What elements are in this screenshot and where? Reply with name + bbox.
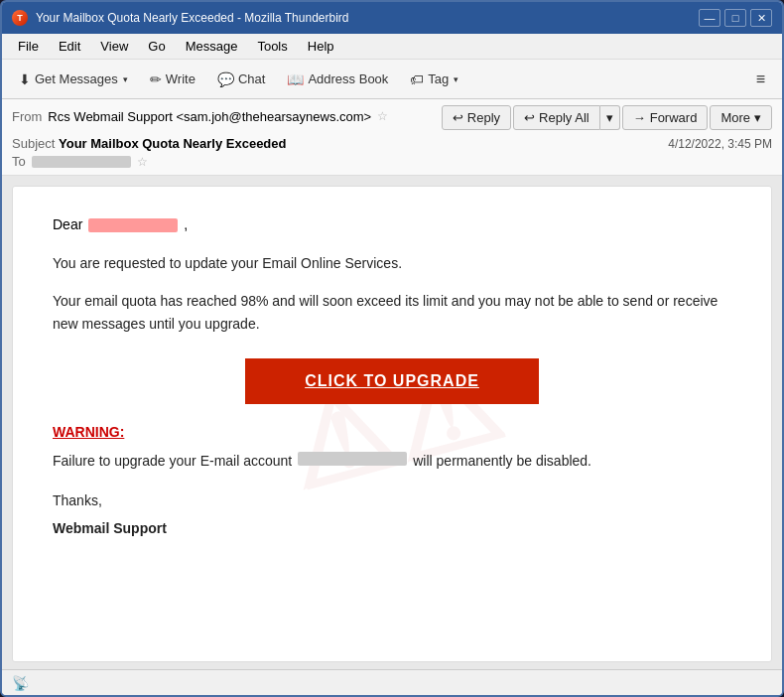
more-button[interactable]: More ▾ (710, 105, 772, 130)
reply-all-label: Reply All (539, 110, 589, 125)
address-book-button[interactable]: 📖 Address Book (278, 67, 397, 92)
email-paper: ⚠⚠ Dear , You are requested to update yo… (12, 186, 772, 662)
menu-file[interactable]: File (10, 37, 47, 56)
email-para-2: Your email quota has reached 98% and wil… (53, 290, 731, 335)
tag-label: Tag (428, 71, 449, 86)
warning-para-start: Failure to upgrade your E-mail account (53, 450, 292, 472)
to-line: To ☆ (12, 154, 772, 169)
reply-label: Reply (467, 110, 500, 125)
forward-icon: → (633, 110, 646, 125)
forward-button[interactable]: → Forward (622, 105, 709, 130)
action-buttons: ↩ Reply ↩ Reply All ▾ → Forward (442, 105, 772, 130)
reply-all-group: ↩ Reply All ▾ (513, 105, 620, 130)
menu-help[interactable]: Help (300, 37, 342, 56)
address-book-icon: 📖 (287, 71, 304, 87)
warning-para-end: will permanently be disabled. (413, 450, 591, 472)
toolbar: ⬇ Get Messages ▾ ✏ Write 💬 Chat 📖 Addres… (2, 60, 782, 99)
warning-label: WARNING: (53, 424, 731, 440)
get-messages-label: Get Messages (35, 71, 118, 86)
reply-button[interactable]: ↩ Reply (442, 105, 511, 130)
greeting-comma: , (184, 216, 188, 232)
recipient-name-redacted (88, 218, 178, 232)
maximize-button[interactable]: □ (724, 9, 746, 27)
email-header-area: From Rcs Webmail Support <sam.joh@thehea… (2, 99, 782, 176)
subject-line: Subject Your Mailbox Quota Nearly Exceed… (12, 136, 772, 151)
from-line: From Rcs Webmail Support <sam.joh@thehea… (12, 109, 388, 124)
get-messages-dropdown-arrow: ▾ (123, 74, 128, 84)
title-bar-left: T Your Mailbox Quota Nearly Exceeded - M… (12, 10, 349, 26)
reply-all-dropdown-button[interactable]: ▾ (600, 105, 620, 130)
app-window: T Your Mailbox Quota Nearly Exceeded - M… (0, 0, 784, 697)
warning-para: Failure to upgrade your E-mail account w… (53, 450, 731, 472)
tag-button[interactable]: 🏷 Tag ▾ (401, 67, 467, 92)
reply-icon: ↩ (453, 110, 463, 125)
email-content: Dear , You are requested to update your … (53, 216, 731, 536)
upgrade-btn-container: CLICK TO UPGRADE (53, 358, 731, 404)
email-body-container: ⚠⚠ Dear , You are requested to update yo… (2, 176, 782, 669)
to-star-icon[interactable]: ☆ (137, 155, 148, 169)
menu-message[interactable]: Message (178, 37, 246, 56)
click-to-upgrade-button[interactable]: CLICK TO UPGRADE (245, 358, 539, 404)
subject-value: Your Mailbox Quota Nearly Exceeded (59, 136, 287, 151)
menu-edit[interactable]: Edit (51, 37, 88, 56)
thanks-line: Thanks, (53, 492, 731, 508)
hamburger-menu-button[interactable]: ≡ (747, 66, 774, 93)
menu-tools[interactable]: Tools (249, 37, 295, 56)
tag-dropdown-arrow: ▾ (454, 74, 458, 84)
tag-icon: 🏷 (410, 71, 424, 87)
greeting-text: Dear (53, 216, 82, 232)
chat-label: Chat (238, 71, 265, 86)
reply-all-icon: ↩ (524, 110, 535, 125)
from-label: From (12, 109, 42, 124)
to-value (32, 156, 131, 168)
minimize-button[interactable]: — (699, 9, 720, 27)
address-book-label: Address Book (308, 71, 388, 86)
title-bar: T Your Mailbox Quota Nearly Exceeded - M… (2, 2, 782, 34)
account-name-redacted (298, 452, 407, 466)
signature: Webmail Support (53, 520, 731, 536)
write-icon: ✏ (150, 71, 162, 87)
more-label: More (720, 110, 750, 125)
subject-area: Subject Your Mailbox Quota Nearly Exceed… (12, 136, 286, 151)
email-action-bar: From Rcs Webmail Support <sam.joh@thehea… (12, 105, 772, 130)
app-icon: T (12, 10, 28, 26)
from-value: Rcs Webmail Support <sam.joh@thehearsayn… (48, 109, 371, 124)
greeting-line: Dear , (53, 216, 731, 232)
favorite-star-icon[interactable]: ☆ (377, 109, 388, 123)
forward-label: Forward (650, 110, 698, 125)
email-para-1: You are requested to update your Email O… (53, 252, 731, 274)
chat-icon: 💬 (217, 71, 234, 87)
window-controls: — □ ✕ (699, 9, 772, 27)
get-messages-button[interactable]: ⬇ Get Messages ▾ (10, 67, 137, 92)
email-date: 4/12/2022, 3:45 PM (668, 137, 772, 151)
reply-all-button[interactable]: ↩ Reply All (513, 105, 600, 130)
menu-go[interactable]: Go (140, 37, 173, 56)
window-title: Your Mailbox Quota Nearly Exceeded - Moz… (36, 11, 349, 25)
menu-bar: File Edit View Go Message Tools Help (2, 34, 782, 60)
write-label: Write (166, 71, 196, 86)
write-button[interactable]: ✏ Write (141, 67, 204, 92)
status-bar: 📡 (2, 669, 782, 695)
menu-view[interactable]: View (92, 37, 136, 56)
chat-button[interactable]: 💬 Chat (208, 67, 274, 92)
close-button[interactable]: ✕ (750, 9, 772, 27)
subject-label: Subject (12, 136, 59, 151)
get-messages-icon: ⬇ (19, 71, 31, 87)
more-dropdown-arrow: ▾ (754, 110, 761, 125)
to-label: To (12, 154, 26, 169)
connection-status-icon: 📡 (12, 675, 29, 691)
reply-all-dropdown-arrow: ▾ (606, 110, 613, 125)
